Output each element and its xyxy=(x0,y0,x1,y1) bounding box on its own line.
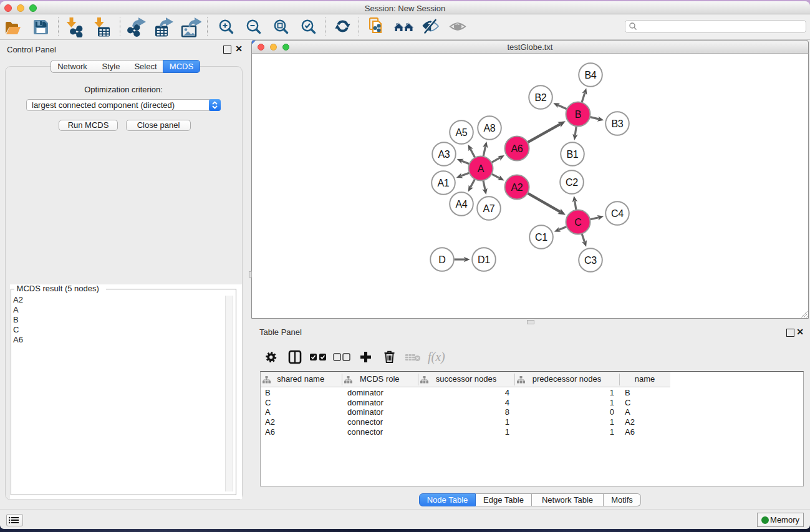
svg-text:A2: A2 xyxy=(511,182,523,193)
svg-text:B1: B1 xyxy=(567,149,579,160)
svg-text:A5: A5 xyxy=(456,127,468,138)
svg-text:B4: B4 xyxy=(585,70,597,80)
svg-text:A4: A4 xyxy=(456,199,468,210)
svg-text:B: B xyxy=(575,109,581,120)
svg-text:C4: C4 xyxy=(611,208,624,219)
svg-text:C2: C2 xyxy=(566,177,578,188)
svg-text:C1: C1 xyxy=(535,232,547,243)
svg-text:A: A xyxy=(478,163,485,174)
svg-text:B3: B3 xyxy=(612,118,624,129)
svg-text:D1: D1 xyxy=(478,254,490,265)
svg-text:A1: A1 xyxy=(438,178,450,188)
svg-text:A6: A6 xyxy=(511,143,523,154)
svg-text:C: C xyxy=(574,217,581,228)
svg-text:A8: A8 xyxy=(484,123,496,133)
svg-text:A7: A7 xyxy=(483,203,495,214)
svg-text:B2: B2 xyxy=(535,92,547,103)
svg-text:D: D xyxy=(438,254,445,265)
svg-text:A3: A3 xyxy=(438,149,450,160)
svg-text:C3: C3 xyxy=(584,255,597,266)
